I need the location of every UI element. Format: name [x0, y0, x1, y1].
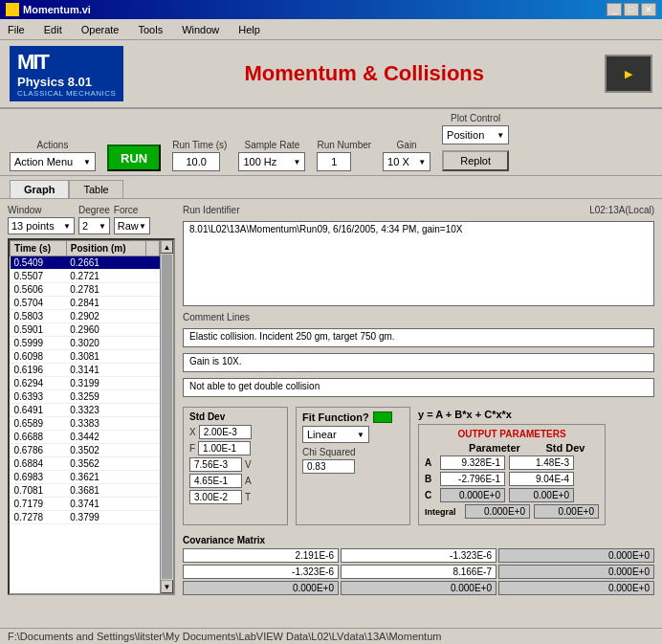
cov-0-0: 2.191E-6	[183, 548, 339, 563]
comment-line-1: Elastic collision. Incident 250 gm, targ…	[183, 328, 654, 347]
force-arrow: ▼	[139, 222, 146, 231]
run-number-input[interactable]	[317, 152, 351, 171]
tab-table[interactable]: Table	[69, 180, 122, 198]
table-row[interactable]: 0.60980.3081	[11, 350, 160, 364]
cov-2-0: 0.000E+0	[183, 581, 339, 595]
table-row[interactable]: 0.65890.3383	[11, 417, 160, 431]
maximize-button[interactable]: □	[624, 3, 639, 16]
controls-bar: Actions Action Menu ▼ RUN Run Time (s) S…	[0, 109, 662, 176]
plot-control-dropdown[interactable]: Position ▼	[442, 125, 509, 144]
std-x-label: X	[189, 427, 196, 437]
param-c-std: 0.00E+0	[509, 488, 574, 502]
window-icon: ⚡	[6, 3, 19, 16]
video-button[interactable]: ▶	[605, 55, 652, 93]
sample-rate-label: Sample Rate	[238, 140, 305, 150]
comment-line-3: Not able to get double collision	[183, 378, 654, 397]
close-button[interactable]: ✕	[641, 3, 656, 16]
table-row[interactable]: 0.61960.3141	[11, 364, 160, 377]
scroll-up-arrow[interactable]: ▲	[161, 240, 173, 254]
param-b-name: B	[425, 474, 436, 484]
window-label: Window	[8, 205, 75, 215]
output-params-box: OUTPUT PARAMETERS Parameter Std Dev A 9.…	[418, 424, 606, 525]
tab-graph[interactable]: Graph	[10, 180, 69, 198]
table-row[interactable]: 0.58030.2902	[11, 310, 160, 323]
comment-line-2: Gain is 10X.	[183, 353, 654, 372]
std-f-label: F	[189, 443, 195, 454]
vertical-scrollbar[interactable]: ▲ ▼	[160, 240, 173, 593]
tabs-row: Graph Table	[0, 176, 662, 199]
output-params-title: OUTPUT PARAMETERS	[425, 429, 599, 439]
replot-button[interactable]: Replot	[442, 150, 509, 171]
formula-display: y = A + B*x + C*x*x	[418, 409, 606, 420]
sample-rate-arrow: ▼	[293, 158, 300, 167]
table-row[interactable]: 0.67860.3502	[11, 444, 160, 457]
std-a-label: A	[245, 476, 252, 486]
gain-dropdown[interactable]: 10 X ▼	[383, 152, 430, 171]
app-title: Momentum & Collisions	[131, 61, 597, 86]
param-integral-value: 0.000E+0	[465, 504, 530, 519]
fit-dropdown[interactable]: Linear ▼	[302, 426, 369, 443]
menu-tools[interactable]: Tools	[134, 22, 166, 37]
header-panel: MIT Physics 8.01 CLASSICAL MECHANICS Mom…	[0, 40, 662, 109]
chi-squared-value: 0.83	[302, 459, 355, 474]
run-local-display: L02:13A(Local)	[589, 205, 654, 215]
mit-logo: MIT	[17, 50, 48, 75]
menu-file[interactable]: File	[4, 22, 29, 37]
action-menu-dropdown[interactable]: Action Menu ▼	[10, 152, 96, 171]
force-label: Force	[114, 205, 150, 215]
table-row[interactable]: 0.59990.3020	[11, 337, 160, 350]
menu-operate[interactable]: Operate	[77, 22, 123, 37]
table-row[interactable]: 0.57040.2841	[11, 297, 160, 310]
menu-window[interactable]: Window	[178, 22, 223, 37]
param-c-value: 0.000E+0	[440, 488, 505, 502]
run-time-label: Run Time (s)	[172, 140, 227, 150]
run-button[interactable]: RUN	[107, 144, 161, 171]
fit-arrow: ▼	[357, 431, 364, 439]
param-a-std: 1.48E-3	[509, 455, 574, 470]
fit-box: Fit Function? Linear ▼ Chi Squared 0.83	[296, 407, 410, 525]
force-dropdown[interactable]: Raw ▼	[114, 217, 150, 234]
col-header-position: Position (m)	[66, 241, 145, 256]
table-row[interactable]: 0.72780.3799	[11, 511, 160, 524]
std-v-label: V	[245, 459, 252, 470]
covariance-title: Covariance Matrix	[183, 535, 654, 545]
table-row[interactable]: 0.70810.3681	[11, 484, 160, 498]
fit-indicator	[373, 411, 392, 423]
table-row[interactable]: 0.71790.3741	[11, 498, 160, 511]
std-dev-box: Std Dev X 2.00E-3 F 1.00E-1 7.56E-3 V 4.…	[183, 407, 288, 525]
fit-function-label: Fit Function?	[302, 411, 369, 423]
table-row[interactable]: 0.68840.3562	[11, 457, 160, 471]
table-row[interactable]: 0.63930.3259	[11, 390, 160, 404]
run-identifier-label: Run Identifier	[183, 205, 239, 215]
table-row[interactable]: 0.55070.2721	[11, 270, 160, 283]
mit-logo-box: MIT Physics 8.01 CLASSICAL MECHANICS	[10, 46, 123, 101]
plot-control-label: Plot Control	[442, 113, 509, 123]
chi-squared-label: Chi Squared	[302, 447, 356, 457]
param-a-value: 9.328E-1	[440, 455, 505, 470]
data-table: Time (s) Position (m) 0.54090.26610.5507…	[10, 240, 160, 524]
table-row[interactable]: 0.64910.3323	[11, 404, 160, 417]
std-val-v: 7.56E-3	[189, 457, 242, 472]
menu-help[interactable]: Help	[234, 22, 264, 37]
status-bar: F:\Documents and Settings\litster\My Doc…	[0, 628, 662, 644]
table-row[interactable]: 0.66880.3442	[11, 431, 160, 444]
table-row[interactable]: 0.59010.2960	[11, 323, 160, 337]
table-row[interactable]: 0.56060.2781	[11, 283, 160, 297]
table-row[interactable]: 0.54090.2661	[11, 256, 160, 270]
minimize-button[interactable]: _	[607, 3, 622, 16]
physics-subtitle: CLASSICAL MECHANICS	[17, 89, 116, 98]
sample-rate-dropdown[interactable]: 100 Hz ▼	[238, 152, 305, 171]
degree-dropdown[interactable]: 2 ▼	[78, 217, 110, 234]
window-dropdown[interactable]: 13 points ▼	[8, 217, 75, 234]
scroll-down-arrow[interactable]: ▼	[161, 580, 173, 593]
cov-1-0: -1.323E-6	[183, 565, 339, 579]
run-time-input[interactable]	[172, 152, 220, 171]
covariance-section: Covariance Matrix 2.191E-6 -1.323E-6 0.0…	[183, 535, 654, 595]
menu-edit[interactable]: Edit	[40, 22, 66, 37]
scroll-thumb[interactable]	[162, 255, 172, 579]
table-row[interactable]: 0.69830.3621	[11, 471, 160, 484]
param-b-value: -2.796E-1	[440, 472, 505, 486]
main-content: Window 13 points ▼ Degree 2 ▼ Force Raw …	[0, 199, 662, 601]
table-row[interactable]: 0.62940.3199	[11, 377, 160, 390]
plot-control-arrow: ▼	[496, 131, 504, 140]
